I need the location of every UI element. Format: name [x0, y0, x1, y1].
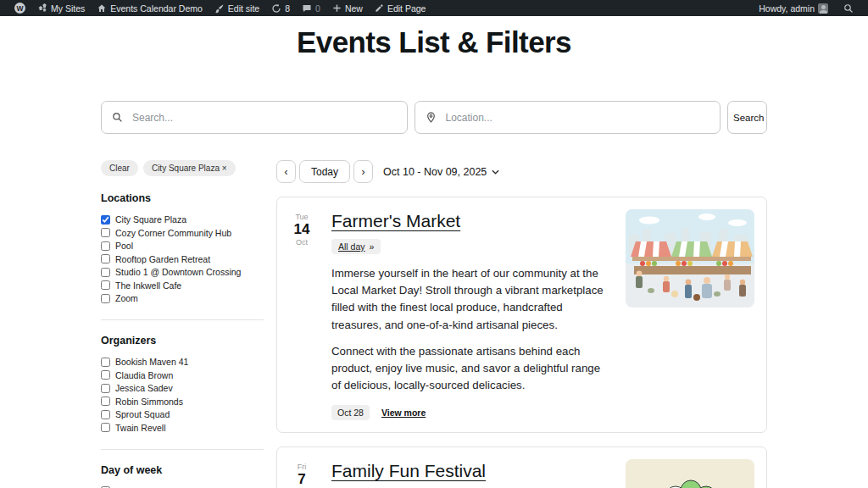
my-sites-label: My Sites [51, 3, 85, 14]
wp-logo-menu[interactable]: W [8, 3, 31, 14]
event-image-family-fun-festival[interactable] [626, 459, 754, 488]
event-weekday: Fri [289, 463, 314, 471]
checkbox[interactable] [101, 410, 110, 419]
checkbox[interactable] [101, 384, 110, 393]
chip-label: City Square Plaza [152, 164, 220, 173]
family-fun-festival-illustration [626, 459, 754, 488]
end-date-badge: Oct 28 [331, 405, 370, 420]
admin-search[interactable] [837, 3, 860, 14]
checkbox[interactable] [101, 268, 110, 277]
plus-icon [332, 3, 342, 13]
event-card: Fri 7 Nov Family Fun Festival All day» A… [276, 446, 767, 488]
calendar-nav: ‹ Today › Oct 10 - Nov 09, 2025 [276, 160, 767, 183]
organizers-list: Bookish Maven 41 Claudia Brown Jessica S… [101, 357, 264, 433]
search-button[interactable]: Search [727, 101, 767, 134]
site-name-label: Events Calendar Demo [110, 3, 203, 14]
comments-menu[interactable]: 0 [296, 3, 326, 14]
new-content-menu[interactable]: New [326, 3, 369, 14]
filter-option[interactable]: The Inkwell Cafe [101, 280, 264, 291]
checkbox[interactable] [101, 228, 110, 237]
wordpress-logo-icon: W [14, 3, 25, 14]
search-icon [843, 3, 854, 14]
edit-site-label: Edit site [228, 3, 259, 14]
edit-page-label: Edit Page [387, 3, 426, 14]
section-title-day-of-week: Day of week [101, 464, 264, 476]
pencil-icon [375, 3, 384, 13]
event-month: Oct [289, 238, 314, 247]
avatar [818, 3, 828, 14]
chip-remove-icon: × [222, 164, 227, 173]
location-input[interactable] [444, 111, 710, 125]
account-menu[interactable]: Howdy, admin [753, 3, 834, 14]
edit-page-menu[interactable]: Edit Page [369, 3, 432, 14]
checkbox[interactable] [101, 241, 110, 251]
event-weekday: Tue [289, 213, 314, 221]
filter-option[interactable]: City Square Plaza [101, 214, 264, 225]
map-pin-icon [426, 112, 437, 123]
updates-menu[interactable]: 8 [265, 3, 296, 14]
prev-button[interactable]: ‹ [276, 160, 296, 183]
comment-bubble-icon [302, 3, 312, 14]
updates-count: 8 [285, 3, 290, 14]
events-list: ‹ Today › Oct 10 - Nov 09, 2025 Tue 14 O… [276, 160, 767, 488]
filter-option[interactable]: Twain Revell [101, 423, 264, 433]
content-container: Search Clear City Square Plaza × Locatio… [101, 101, 767, 488]
search-icon [112, 112, 123, 123]
filter-option[interactable]: Jessica Sadev [101, 383, 264, 393]
filter-option[interactable]: Sprout Squad [101, 409, 264, 419]
checkbox[interactable] [101, 358, 110, 367]
event-title-link[interactable]: Farmer's Market [331, 211, 460, 231]
page-title: Events List & Filters [0, 25, 868, 59]
section-title-locations: Locations [101, 192, 264, 204]
keyword-search-wrap [101, 101, 408, 134]
filter-option[interactable]: Robin Simmonds [101, 396, 264, 407]
updates-icon [271, 3, 281, 14]
checkbox[interactable] [101, 215, 110, 225]
more-arrow: » [370, 241, 375, 252]
filter-option[interactable]: Bookish Maven 41 [101, 357, 264, 367]
checkbox[interactable] [101, 423, 110, 432]
comments-count: 0 [315, 3, 320, 14]
network-sites-icon [37, 3, 47, 14]
event-description: Immerse yourself in the heart of our com… [331, 265, 612, 394]
section-title-organizers: Organizers [101, 335, 264, 347]
site-name-menu[interactable]: Events Calendar Demo [91, 3, 209, 14]
farmers-market-illustration [626, 209, 754, 308]
paintbrush-icon [214, 3, 225, 14]
edit-site-menu[interactable]: Edit site [209, 3, 265, 14]
date-range-label: Oct 10 - Nov 09, 2025 [383, 166, 487, 178]
filter-option[interactable]: Cozy Corner Community Hub [101, 228, 264, 238]
filter-option[interactable]: Claudia Brown [101, 370, 264, 380]
checkbox[interactable] [101, 370, 110, 380]
filter-option[interactable]: Studio 1 @ Downtown Crossing [101, 267, 264, 277]
filter-option[interactable]: Zoom [101, 293, 264, 303]
active-filter-chip[interactable]: City Square Plaza × [143, 160, 236, 176]
event-card: Tue 14 Oct Farmer's Market All day» Imme… [276, 197, 767, 433]
location-search-wrap [415, 101, 721, 134]
section-divider [101, 449, 264, 450]
view-more-link[interactable]: View more [381, 408, 426, 418]
today-button[interactable]: Today [299, 160, 350, 183]
home-icon [97, 3, 107, 14]
filter-option[interactable]: Rooftop Garden Retreat [101, 254, 264, 264]
search-input[interactable] [131, 111, 397, 125]
checkbox[interactable] [101, 294, 110, 303]
my-sites-menu[interactable]: My Sites [31, 3, 91, 14]
checkbox[interactable] [101, 280, 110, 290]
clear-filters-button[interactable]: Clear [101, 160, 138, 176]
event-title-link[interactable]: Family Fun Festival [331, 461, 486, 481]
checkbox[interactable] [101, 396, 110, 406]
event-date-block: Fri 7 Nov [289, 459, 314, 488]
filters-sidebar: Clear City Square Plaza × Locations City… [101, 160, 264, 488]
filter-option[interactable]: Pool [101, 241, 264, 251]
chevron-down-icon [492, 169, 499, 175]
event-day: 7 [289, 471, 314, 488]
event-image-farmers-market[interactable] [626, 209, 754, 308]
active-filters: Clear City Square Plaza × [101, 160, 264, 176]
checkbox[interactable] [101, 254, 110, 263]
date-range-picker[interactable]: Oct 10 - Nov 09, 2025 [383, 166, 499, 178]
next-button[interactable]: › [353, 160, 373, 183]
event-date-block: Tue 14 Oct [289, 209, 314, 420]
all-day-badge[interactable]: All day» [331, 239, 381, 254]
wp-admin-bar: W My Sites Events Calendar Demo Edit sit… [0, 0, 868, 16]
